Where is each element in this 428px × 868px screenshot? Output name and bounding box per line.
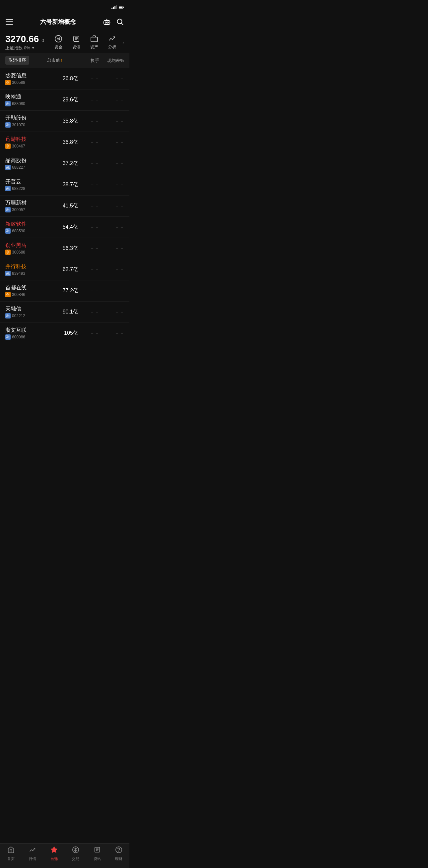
svg-rect-7: [6, 19, 13, 20]
stock-turnover-col: －－: [78, 267, 99, 273]
zixun-icon: [72, 34, 81, 43]
stock-mktcap-col: 35.8亿: [47, 118, 78, 125]
table-row[interactable]: 品高股份 融 688227 37.2亿 －－ －－: [0, 153, 130, 174]
market-pct: 0%: [24, 45, 30, 51]
table-row[interactable]: 浙文互联 融 600986 105亿 －－ －－: [0, 323, 130, 344]
nav-right-icons: [103, 18, 124, 26]
stock-mktcap-col: 36.8亿: [47, 139, 78, 146]
svg-rect-9: [6, 24, 13, 25]
stock-tag: 融: [5, 207, 10, 212]
signal-icon: [112, 5, 117, 9]
market-change: 0: [41, 38, 44, 43]
battery-icon: [119, 5, 124, 9]
stock-mktcap-col: 37.2亿: [47, 160, 78, 167]
more-arrow-icon[interactable]: ›: [121, 40, 124, 45]
stock-name-col: 并行科技 融 839493: [5, 263, 47, 276]
stock-code: 600986: [12, 335, 25, 339]
stock-diff-col: －－: [99, 75, 124, 82]
table-row[interactable]: 并行科技 融 839493 62.7亿 －－ －－: [0, 259, 130, 280]
zijin-icon: [54, 34, 63, 43]
stock-name-col: 首都在线 创 300846: [5, 284, 47, 297]
stock-mktcap-col: 29.6亿: [47, 96, 78, 103]
stock-name: 熙菱信息: [5, 72, 47, 79]
stock-name: 并行科技: [5, 263, 47, 270]
stock-tag: 融: [5, 165, 10, 170]
stock-turnover: －－: [90, 203, 99, 209]
col-turnover-header[interactable]: 换手: [78, 57, 99, 64]
stock-turnover-col: －－: [78, 245, 99, 252]
svg-rect-6: [119, 7, 122, 8]
table-row[interactable]: 熙菱信息 创 300588 26.8亿 －－ －－: [0, 68, 130, 90]
stock-turnover-col: －－: [78, 182, 99, 188]
stock-code-row: 融 300057: [5, 207, 47, 212]
stock-mktcap-col: 54.4亿: [47, 224, 78, 231]
market-label: 上证指数: [5, 45, 23, 51]
stock-tag: 融: [5, 334, 10, 340]
stock-name-col: 开普云 融 688228: [5, 178, 47, 191]
svg-rect-0: [112, 8, 112, 9]
cancel-sort-button[interactable]: 取消排序: [5, 56, 29, 65]
stock-code: 300588: [12, 80, 25, 85]
dropdown-arrow-icon[interactable]: ▼: [31, 46, 35, 50]
stock-code: 300688: [12, 250, 25, 254]
svg-rect-17: [91, 37, 97, 42]
stock-name: 万顺新材: [5, 199, 47, 207]
col-diff-header[interactable]: 现均差%: [99, 57, 124, 64]
stock-code: 002212: [12, 313, 25, 318]
stock-name: 新致软件: [5, 221, 47, 228]
table-row[interactable]: 新致软件 融 688590 54.4亿 －－ －－: [0, 217, 130, 238]
stock-mktcap: 36.8亿: [63, 139, 78, 145]
stock-turnover-col: －－: [78, 160, 99, 167]
stock-turnover: －－: [90, 182, 99, 187]
stock-diff: －－: [115, 331, 124, 336]
stock-tag: 创: [5, 144, 10, 149]
stock-turnover: －－: [90, 309, 99, 314]
stock-code-row: 融 839493: [5, 271, 47, 276]
col-name-header: 取消排序: [5, 56, 47, 65]
stock-turnover-col: －－: [78, 118, 99, 124]
stock-diff: －－: [115, 203, 124, 209]
stock-diff-col: －－: [99, 330, 124, 336]
table-header: 取消排序 总市值 ↑ 换手 现均差%: [0, 53, 130, 68]
stock-name: 天融信: [5, 306, 47, 313]
stock-mktcap-col: 90.1亿: [47, 309, 78, 315]
quick-action-fenxi[interactable]: 分析: [103, 32, 121, 53]
market-value: 3270.66: [5, 34, 39, 44]
table-row[interactable]: 迅游科技 创 300467 36.8亿 －－ －－: [0, 132, 130, 153]
stock-turnover-col: －－: [78, 75, 99, 82]
table-row[interactable]: 万顺新材 融 300057 41.5亿 －－ －－: [0, 195, 130, 217]
table-row[interactable]: 创业黑马 创 300688 56.3亿 －－ －－: [0, 238, 130, 259]
stock-code: 300846: [12, 292, 25, 297]
stock-turnover: －－: [90, 140, 99, 145]
stock-name-col: 迅游科技 创 300467: [5, 136, 47, 149]
quick-action-zixun[interactable]: 资讯: [67, 32, 85, 53]
status-icons: [112, 5, 124, 9]
stock-mktcap-col: 77.2亿: [47, 287, 78, 294]
col-mktcap-header[interactable]: 总市值 ↑: [47, 57, 78, 63]
stock-name-col: 映翰通 融 688080: [5, 93, 47, 106]
table-row[interactable]: 天融信 融 002212 90.1亿 －－ －－: [0, 302, 130, 323]
stock-mktcap: 38.7亿: [63, 182, 78, 187]
stock-code: 300057: [12, 208, 25, 212]
table-row[interactable]: 开普云 融 688228 38.7亿 －－ －－: [0, 174, 130, 195]
stock-name-col: 熙菱信息 创 300588: [5, 72, 47, 85]
table-row[interactable]: 首都在线 创 300846 77.2亿 －－ －－: [0, 280, 130, 302]
market-index-info: 3270.66 0 上证指数 0% ▼: [5, 34, 50, 51]
quick-action-zichan[interactable]: 资产: [85, 32, 103, 53]
robot-icon[interactable]: [103, 18, 111, 26]
quick-action-zijin[interactable]: 资金: [50, 32, 67, 53]
table-row[interactable]: 开勒股份 融 301070 35.8亿 －－ －－: [0, 111, 130, 132]
menu-icon[interactable]: [5, 18, 13, 26]
stock-tag: 融: [5, 313, 10, 318]
sort-arrow-icon: ↑: [61, 58, 63, 63]
svg-point-12: [107, 22, 109, 23]
stock-turnover-col: －－: [78, 309, 99, 315]
svg-rect-1: [113, 7, 114, 9]
stock-name: 迅游科技: [5, 136, 47, 143]
zijin-label: 资金: [54, 44, 62, 50]
search-icon[interactable]: [116, 18, 124, 26]
stock-mktcap-col: 56.3亿: [47, 245, 78, 252]
zichan-icon: [90, 34, 98, 43]
table-row[interactable]: 映翰通 融 688080 29.6亿 －－ －－: [0, 90, 130, 111]
stock-mktcap-col: 38.7亿: [47, 181, 78, 188]
